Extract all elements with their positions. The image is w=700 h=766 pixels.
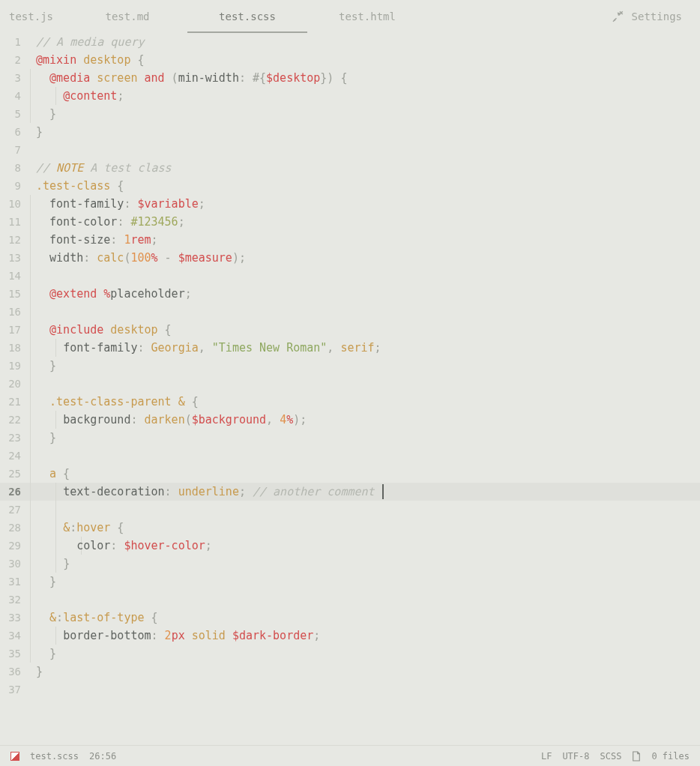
code-line[interactable]: 19 } bbox=[0, 357, 700, 375]
code-line[interactable]: 4 @content; bbox=[0, 87, 700, 105]
code-line[interactable]: 17 @include desktop { bbox=[0, 321, 700, 339]
code-line[interactable]: 16 bbox=[0, 303, 700, 321]
line-content: } bbox=[28, 663, 700, 681]
line-number: 24 bbox=[0, 447, 28, 465]
code-line[interactable]: 25 a { bbox=[0, 465, 700, 483]
code-line[interactable]: 9.test-class { bbox=[0, 177, 700, 195]
line-content bbox=[28, 303, 700, 321]
code-line[interactable]: 33 &:last-of-type { bbox=[0, 609, 700, 627]
line-number: 35 bbox=[0, 645, 28, 663]
code-line[interactable]: 31 } bbox=[0, 573, 700, 591]
settings-button[interactable]: Settings bbox=[611, 0, 700, 33]
tab-label: test.js bbox=[9, 10, 53, 22]
code-line[interactable]: 15 @extend %placeholder; bbox=[0, 285, 700, 303]
status-line-ending[interactable]: LF bbox=[541, 751, 552, 762]
line-content: a { bbox=[28, 465, 700, 483]
status-bar: test.scss 26:56 LF UTF-8 SCSS 0 files bbox=[0, 745, 700, 766]
code-line[interactable]: 29 color: $hover-color; bbox=[0, 537, 700, 555]
line-content: background: darken($background, 4%); bbox=[28, 411, 700, 429]
code-line[interactable]: 7 bbox=[0, 141, 700, 159]
line-number: 17 bbox=[0, 321, 28, 339]
line-content: } bbox=[28, 357, 700, 375]
code-line[interactable]: 10 font-family: $variable; bbox=[0, 195, 700, 213]
line-number: 13 bbox=[0, 249, 28, 267]
line-content: font-color: #123456; bbox=[28, 213, 700, 231]
status-filename[interactable]: test.scss bbox=[30, 751, 79, 762]
code-line[interactable]: 11 font-color: #123456; bbox=[0, 213, 700, 231]
status-cursor-position[interactable]: 26:56 bbox=[89, 751, 116, 762]
settings-icon bbox=[611, 10, 624, 23]
settings-label: Settings bbox=[632, 10, 682, 22]
line-number: 1 bbox=[0, 33, 28, 51]
code-line[interactable]: 5 } bbox=[0, 105, 700, 123]
code-line[interactable]: 30 } bbox=[0, 555, 700, 573]
code-line[interactable]: 23 } bbox=[0, 429, 700, 447]
code-line[interactable]: 18 font-family: Georgia, "Times New Roma… bbox=[0, 339, 700, 357]
line-number: 31 bbox=[0, 573, 28, 591]
line-content: @content; bbox=[28, 87, 700, 105]
code-line[interactable]: 27 bbox=[0, 501, 700, 519]
line-content bbox=[28, 447, 700, 465]
status-encoding[interactable]: UTF-8 bbox=[562, 751, 589, 762]
line-number: 36 bbox=[0, 663, 28, 681]
tab-label: test.scss bbox=[219, 10, 276, 22]
line-number: 6 bbox=[0, 123, 28, 141]
code-line[interactable]: 20 bbox=[0, 375, 700, 393]
code-line[interactable]: 26 text-decoration: underline; // anothe… bbox=[0, 483, 700, 501]
tab-test-html[interactable]: test.html bbox=[307, 0, 427, 33]
line-content: text-decoration: underline; // another c… bbox=[28, 483, 700, 501]
code-line[interactable]: 37 bbox=[0, 681, 700, 699]
line-content: @media screen and (min-width: #{$desktop… bbox=[28, 69, 700, 87]
tab-label: test.html bbox=[339, 10, 396, 22]
tab-test-scss[interactable]: test.scss bbox=[187, 0, 307, 33]
line-content: // A media query bbox=[28, 33, 700, 51]
status-language[interactable]: SCSS bbox=[600, 751, 622, 762]
code-line[interactable]: 36} bbox=[0, 663, 700, 681]
line-number: 23 bbox=[0, 429, 28, 447]
code-line[interactable]: 28 &:hover { bbox=[0, 519, 700, 537]
line-number: 27 bbox=[0, 501, 28, 519]
line-number: 33 bbox=[0, 609, 28, 627]
tab-test-js[interactable]: test.js bbox=[0, 0, 67, 33]
code-line[interactable]: 12 font-size: 1rem; bbox=[0, 231, 700, 249]
line-number: 16 bbox=[0, 303, 28, 321]
code-line[interactable]: 8// NOTE A test class bbox=[0, 159, 700, 177]
code-line[interactable]: 13 width: calc(100% - $measure); bbox=[0, 249, 700, 267]
line-content: } bbox=[28, 573, 700, 591]
line-number: 28 bbox=[0, 519, 28, 537]
line-content: border-bottom: 2px solid $dark-border; bbox=[28, 627, 700, 645]
line-content bbox=[28, 375, 700, 393]
line-number: 25 bbox=[0, 465, 28, 483]
line-number: 34 bbox=[0, 627, 28, 645]
code-line[interactable]: 14 bbox=[0, 267, 700, 285]
code-line[interactable]: 24 bbox=[0, 447, 700, 465]
code-line[interactable]: 34 border-bottom: 2px solid $dark-border… bbox=[0, 627, 700, 645]
code-line[interactable]: 32 bbox=[0, 591, 700, 609]
line-content bbox=[28, 141, 700, 159]
line-number: 11 bbox=[0, 213, 28, 231]
status-files[interactable]: 0 files bbox=[651, 751, 690, 762]
code-line[interactable]: 1// A media query bbox=[0, 33, 700, 51]
line-content: @mixin desktop { bbox=[28, 51, 700, 69]
code-line[interactable]: 3 @media screen and (min-width: #{$deskt… bbox=[0, 69, 700, 87]
line-content: width: calc(100% - $measure); bbox=[28, 249, 700, 267]
line-number: 2 bbox=[0, 51, 28, 69]
code-line[interactable]: 21 .test-class-parent & { bbox=[0, 393, 700, 411]
line-number: 14 bbox=[0, 267, 28, 285]
code-line[interactable]: 2@mixin desktop { bbox=[0, 51, 700, 69]
tab-test-md[interactable]: test.md bbox=[67, 0, 187, 33]
line-number: 26 bbox=[0, 483, 28, 501]
line-content: color: $hover-color; bbox=[28, 537, 700, 555]
code-editor[interactable]: 1// A media query2@mixin desktop {3 @med… bbox=[0, 33, 700, 745]
line-content bbox=[28, 591, 700, 609]
tab-label: test.md bbox=[105, 10, 149, 22]
code-line[interactable]: 35 } bbox=[0, 645, 700, 663]
line-content bbox=[28, 267, 700, 285]
line-content: &:hover { bbox=[28, 519, 700, 537]
line-content: font-size: 1rem; bbox=[28, 231, 700, 249]
line-number: 21 bbox=[0, 393, 28, 411]
code-line[interactable]: 22 background: darken($background, 4%); bbox=[0, 411, 700, 429]
code-line[interactable]: 6} bbox=[0, 123, 700, 141]
line-content: .test-class-parent & { bbox=[28, 393, 700, 411]
line-content: } bbox=[28, 555, 700, 573]
